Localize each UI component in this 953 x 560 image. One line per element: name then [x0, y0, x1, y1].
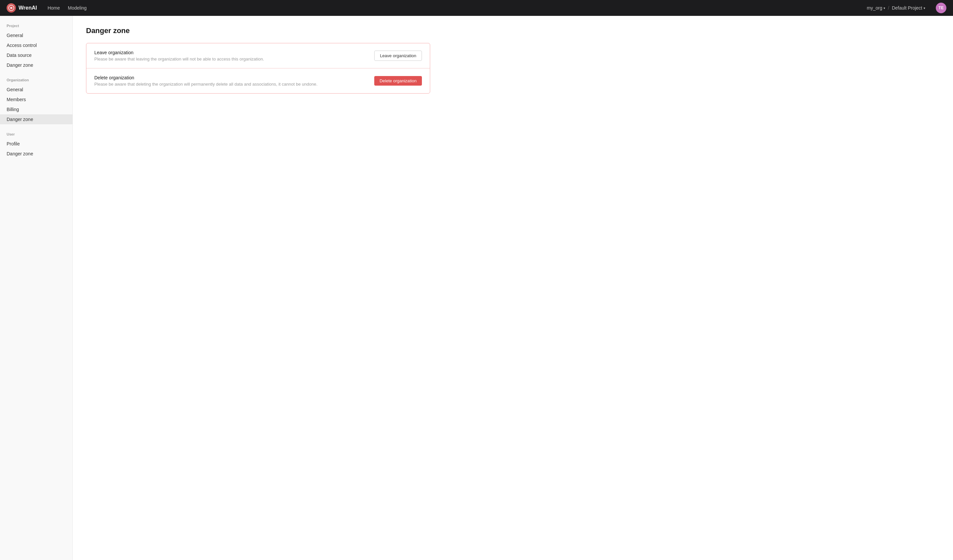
project-selector[interactable]: Default Project ▾ — [892, 5, 925, 11]
topnav-links: Home Modeling — [48, 4, 856, 12]
delete-org-info: Delete organization Please be aware that… — [94, 75, 374, 87]
org-name: my_org — [867, 5, 883, 11]
delete-org-description: Please be aware that deleting the organi… — [94, 82, 374, 87]
project-chevron-icon: ▾ — [924, 6, 925, 10]
sidebar-section-title-user: User — [0, 131, 73, 139]
topnav-center: my_org ▾ / Default Project ▾ — [867, 5, 925, 11]
sidebar-item-project-general[interactable]: General — [0, 30, 73, 40]
sidebar-item-project-danger-zone[interactable]: Danger zone — [0, 60, 73, 70]
delete-org-button[interactable]: Delete organization — [374, 76, 422, 86]
leave-org-title: Leave organization — [94, 50, 374, 55]
topnav: WrenAI Home Modeling my_org ▾ / Default … — [0, 0, 953, 16]
sidebar: Project General Access control Data sour… — [0, 16, 73, 560]
leave-org-description: Please be aware that leaving the organiz… — [94, 57, 374, 62]
sidebar-item-user-profile[interactable]: Profile — [0, 139, 73, 149]
project-name: Default Project — [892, 5, 922, 11]
nav-modeling[interactable]: Modeling — [68, 4, 87, 12]
org-chevron-icon: ▾ — [883, 6, 885, 10]
sidebar-item-org-billing[interactable]: Billing — [0, 104, 73, 114]
sidebar-section-user: User Profile Danger zone — [0, 131, 73, 159]
delete-org-title: Delete organization — [94, 75, 374, 80]
leave-org-info: Leave organization Please be aware that … — [94, 50, 374, 62]
sidebar-item-project-access-control[interactable]: Access control — [0, 40, 73, 50]
sidebar-section-title-organization: Organization — [0, 77, 73, 85]
breadcrumb-separator: / — [888, 5, 889, 11]
danger-card: Leave organization Please be aware that … — [86, 43, 430, 94]
sidebar-item-org-danger-zone[interactable]: Danger zone — [0, 114, 73, 124]
sidebar-section-organization: Organization General Members Billing Dan… — [0, 77, 73, 124]
main-content: Danger zone Leave organization Please be… — [73, 16, 953, 560]
user-avatar[interactable]: TE — [936, 3, 946, 13]
sidebar-item-org-general[interactable]: General — [0, 85, 73, 94]
sidebar-item-org-members[interactable]: Members — [0, 94, 73, 104]
layout: Project General Access control Data sour… — [0, 16, 953, 560]
leave-org-row: Leave organization Please be aware that … — [86, 43, 430, 68]
org-selector[interactable]: my_org ▾ — [867, 5, 886, 11]
logo[interactable]: WrenAI — [7, 3, 37, 12]
delete-org-row: Delete organization Please be aware that… — [86, 68, 430, 93]
sidebar-item-project-data-source[interactable]: Data source — [0, 50, 73, 60]
sidebar-item-user-danger-zone[interactable]: Danger zone — [0, 149, 73, 159]
sidebar-section-title-project: Project — [0, 22, 73, 30]
nav-home[interactable]: Home — [48, 4, 60, 12]
logo-text: WrenAI — [19, 5, 37, 11]
logo-icon — [7, 3, 16, 12]
leave-org-button[interactable]: Leave organization — [374, 51, 422, 61]
sidebar-section-project: Project General Access control Data sour… — [0, 22, 73, 70]
page-title: Danger zone — [86, 26, 940, 35]
